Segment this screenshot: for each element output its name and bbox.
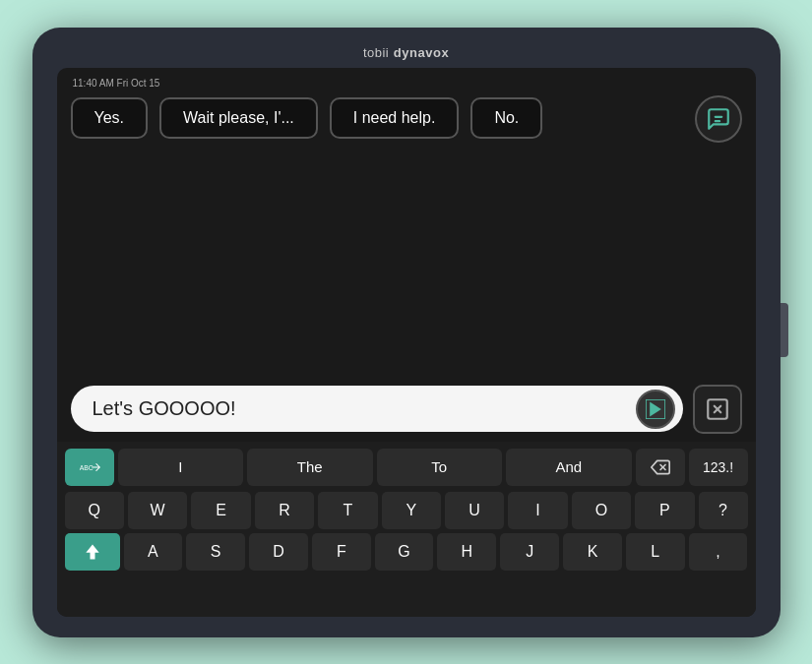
key-P[interactable]: P xyxy=(635,492,694,529)
word-prediction-row: ABC I The To And 123.! xyxy=(65,448,748,487)
key-row-1: Q W E R T Y U I O P ? xyxy=(65,492,748,529)
key-O[interactable]: O xyxy=(572,492,631,529)
screen-time: 11:40 AM Fri Oct 15 xyxy=(73,78,160,89)
svg-text:ABC: ABC xyxy=(79,464,93,471)
key-G[interactable]: G xyxy=(375,533,434,571)
key-S[interactable]: S xyxy=(186,533,245,571)
key-J[interactable]: J xyxy=(500,533,559,571)
keyboard-area: ABC I The To And 123.! xyxy=(57,442,756,617)
delete-icon xyxy=(705,396,730,422)
key-Y[interactable]: Y xyxy=(382,492,441,529)
key-K[interactable]: K xyxy=(563,533,622,571)
key-row-2: A S D F G H J K L , xyxy=(65,533,748,571)
tablet-device: tobii dynavox 📶 100% 11:40 AM Fri Oct 15… xyxy=(32,28,781,637)
key-E[interactable]: E xyxy=(191,492,250,529)
key-F[interactable]: F xyxy=(312,533,371,571)
key-L[interactable]: L xyxy=(626,533,685,571)
phrase-buttons-row: Yes. Wait please, I'... I need help. No. xyxy=(71,97,543,139)
key-question[interactable]: ? xyxy=(699,492,748,529)
play-icon xyxy=(646,399,665,419)
text-input-field[interactable]: Let's GOOOOO! xyxy=(71,386,683,432)
word-pred-The[interactable]: The xyxy=(247,449,373,486)
svg-marker-2 xyxy=(650,401,661,416)
message-icon-button[interactable] xyxy=(695,95,742,143)
key-Q[interactable]: Q xyxy=(65,492,124,529)
char-backspace-icon xyxy=(651,457,670,477)
char-backspace-button[interactable] xyxy=(636,449,685,486)
abc-backspace-icon: ABC xyxy=(79,456,100,478)
phrase-btn-help[interactable]: I need help. xyxy=(330,97,460,139)
word-pred-And[interactable]: And xyxy=(506,449,632,486)
brand-tobii: tobii xyxy=(363,45,389,60)
key-D[interactable]: D xyxy=(249,533,308,571)
shift-key[interactable] xyxy=(65,533,120,571)
key-T[interactable]: T xyxy=(318,492,377,529)
num-sym-button[interactable]: 123.! xyxy=(689,449,748,486)
key-U[interactable]: U xyxy=(445,492,504,529)
brand-label: tobii dynavox xyxy=(363,45,449,60)
text-input-bar: Let's GOOOOO! xyxy=(71,385,742,434)
phrase-btn-no[interactable]: No. xyxy=(470,97,542,139)
key-H[interactable]: H xyxy=(437,533,496,571)
play-button[interactable] xyxy=(636,390,675,429)
abc-backspace-button[interactable]: ABC xyxy=(65,449,114,486)
brand-dynavox: dynavox xyxy=(394,45,449,60)
word-pred-I[interactable]: I xyxy=(118,449,244,486)
phrase-btn-yes[interactable]: Yes. xyxy=(71,97,149,139)
phrase-btn-wait[interactable]: Wait please, I'... xyxy=(159,97,318,139)
key-I[interactable]: I xyxy=(508,492,567,529)
shift-icon xyxy=(83,542,102,562)
message-icon xyxy=(706,106,731,132)
key-A[interactable]: A xyxy=(124,533,183,571)
screen: 11:40 AM Fri Oct 15 Yes. Wait please, I'… xyxy=(57,68,756,617)
text-input-value: Let's GOOOOO! xyxy=(93,397,236,420)
key-comma[interactable]: , xyxy=(689,533,748,571)
key-W[interactable]: W xyxy=(128,492,187,529)
delete-button[interactable] xyxy=(693,385,742,434)
word-pred-To[interactable]: To xyxy=(377,449,503,486)
key-R[interactable]: R xyxy=(255,492,314,529)
